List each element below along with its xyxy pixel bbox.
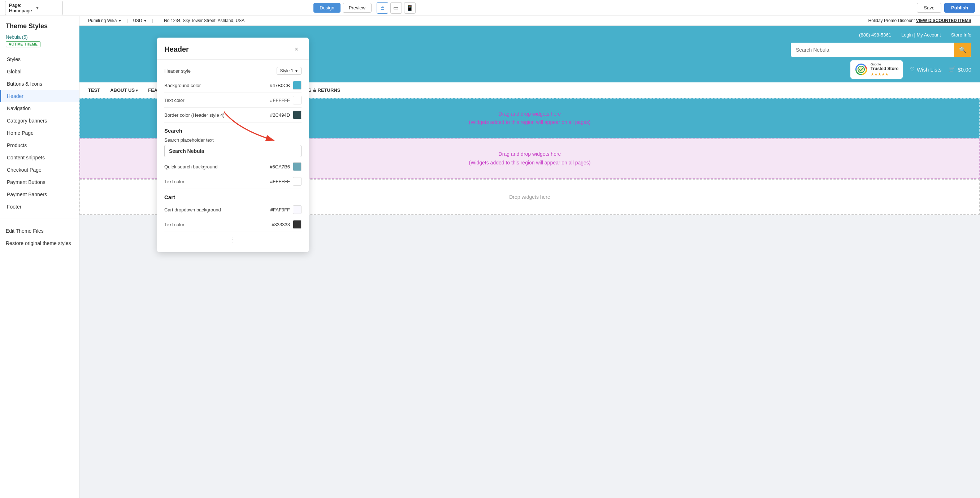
search-placeholder-label: Search placeholder text: [164, 136, 302, 144]
nav-item-about[interactable]: ABOUT US: [110, 83, 138, 97]
top-bar-center: Design Preview 🖥 ▭ 📱: [313, 2, 415, 14]
search-text-color-swatch[interactable]: [293, 177, 302, 186]
store-address: No 1234, Sky Tower Street, Ashland, USA: [164, 18, 864, 23]
sidebar-item-payment-buttons[interactable]: Payment Buttons: [0, 176, 79, 188]
header-style-select[interactable]: Style 1 ▼: [277, 67, 302, 75]
top-bar-right: Save Publish: [917, 3, 975, 13]
sidebar-item-checkout[interactable]: Checkout Page: [0, 164, 79, 176]
sidebar-item-styles[interactable]: Styles: [0, 53, 79, 65]
sidebar-item-content-snippets[interactable]: Content snippets: [0, 152, 79, 164]
main-layout: Theme Styles Nebula (5) ACTIVE THEME Sty…: [0, 16, 980, 498]
sidebar-item-buttons-icons[interactable]: Buttons & Icons: [0, 78, 79, 90]
quick-search-bg-swatch[interactable]: [293, 162, 302, 171]
lang-selector[interactable]: Pumili ng Wika ▼: [88, 18, 122, 23]
sidebar-divider: [0, 219, 79, 219]
desktop-view-icon[interactable]: 🖥: [377, 2, 388, 14]
lang-arrow-icon: ▼: [118, 19, 122, 23]
active-theme-badge: ACTIVE THEME: [6, 41, 40, 47]
store-header-top: (888) 498-5361 Login | My Account Store …: [88, 32, 971, 38]
panel-title: Header: [164, 45, 189, 53]
top-bar: Page: Homepage ▼ Design Preview 🖥 ▭ 📱 Sa…: [0, 0, 980, 16]
cart-dropdown-bg-swatch[interactable]: [293, 205, 302, 214]
theme-name: Nebula (5): [6, 34, 73, 40]
panel-body: Header style Style 1 ▼ Background color …: [157, 60, 309, 252]
sidebar-item-footer[interactable]: Footer: [0, 201, 79, 213]
currency-arrow-icon: ▼: [143, 19, 147, 23]
panel-row-cart-text-color: Text color #333333: [164, 217, 302, 232]
page-selector[interactable]: Page: Homepage ▼: [5, 1, 63, 15]
scroll-hint: ⋮: [164, 232, 302, 246]
left-sidebar: Theme Styles Nebula (5) ACTIVE THEME Sty…: [0, 16, 80, 498]
panel-title-bar: Header ×: [157, 38, 309, 60]
preview-button[interactable]: Preview: [343, 3, 372, 13]
search-input[interactable]: [791, 43, 954, 56]
search-submit-button[interactable]: 🔍: [954, 43, 971, 57]
theme-name-row: Nebula (5) ACTIVE THEME: [0, 34, 79, 50]
sidebar-title: Theme Styles: [0, 16, 79, 34]
sidebar-item-home-page[interactable]: Home Page: [0, 127, 79, 139]
header-panel: Header × Header style Style 1 ▼ Backgrou…: [157, 38, 309, 252]
sidebar-footer: Edit Theme Files Restore original theme …: [0, 222, 79, 252]
preview-area: Pumili ng Wika ▼ | USD ▼ | No 1234, Sky …: [80, 16, 980, 498]
design-button[interactable]: Design: [313, 3, 340, 13]
promo-link[interactable]: VIEW DISCOUNTED ITEMS: [916, 18, 971, 23]
edit-theme-files[interactable]: Edit Theme Files: [0, 225, 79, 237]
heart-icon: ♡: [910, 66, 915, 73]
panel-row-cart-dropdown-bg: Cart dropdown background #FAF9FF: [164, 203, 302, 217]
text-color-swatch[interactable]: [293, 96, 302, 104]
panel-row-text-color: Text color #FFFFFF: [164, 93, 302, 108]
nav-item-test[interactable]: TEST: [88, 83, 100, 97]
store-phone: (888) 498-5361: [859, 32, 891, 38]
search-placeholder-input[interactable]: [164, 145, 302, 157]
search-box: 🔍: [791, 43, 971, 57]
sidebar-item-products[interactable]: Products: [0, 139, 79, 152]
trusted-store-badge: Google Trusted Store ★★★★★: [850, 61, 903, 79]
trusted-store-logo-icon: [855, 63, 868, 76]
border-color-swatch[interactable]: [293, 110, 302, 119]
currency-selector[interactable]: USD ▼: [133, 18, 147, 23]
page-selector-chevron: ▼: [35, 6, 59, 10]
store-top-bar: Pumili ng Wika ▼ | USD ▼ | No 1234, Sky …: [80, 16, 980, 26]
trusted-store-text: Google Trusted Store ★★★★★: [870, 62, 898, 77]
panel-row-border-color: Border color (Header style 4) #2C494D: [164, 108, 302, 123]
sidebar-item-payment-banners[interactable]: Payment Banners: [0, 188, 79, 201]
panel-row-bg-color: Background color #47B0CB: [164, 78, 302, 93]
panel-row-header-style: Header style Style 1 ▼: [164, 64, 302, 78]
store-info[interactable]: Store Info: [951, 32, 971, 38]
sidebar-nav: Styles Global Buttons & Icons Header Nav…: [0, 50, 79, 216]
wish-lists[interactable]: ♡ Wish Lists: [910, 66, 941, 73]
promo-bar: Holiday Promo Discount VIEW DISCOUNTED I…: [869, 18, 971, 23]
sidebar-item-navigation[interactable]: Navigation: [0, 102, 79, 115]
cart-text-color-swatch[interactable]: [293, 220, 302, 229]
panel-row-search-text-color: Text color #FFFFFF: [164, 174, 302, 189]
search-section-heading: Search: [164, 123, 302, 136]
save-button[interactable]: Save: [917, 3, 941, 13]
view-icons: 🖥 ▭ 📱: [377, 2, 415, 14]
cart-section-heading: Cart: [164, 189, 302, 203]
sidebar-item-category-banners[interactable]: Category banners: [0, 115, 79, 127]
publish-button[interactable]: Publish: [944, 3, 975, 13]
bg-color-swatch[interactable]: [293, 81, 302, 89]
cart-icon: 🛒: [948, 66, 955, 73]
cart-area[interactable]: 🛒 $0.00: [948, 66, 971, 73]
sidebar-item-global[interactable]: Global: [0, 65, 79, 78]
restore-theme-styles[interactable]: Restore original theme styles: [0, 237, 79, 249]
sidebar-item-header[interactable]: Header: [0, 90, 79, 102]
store-login[interactable]: Login | My Account: [901, 32, 941, 38]
panel-row-quick-search-bg: Quick search background #6CA7B6: [164, 160, 302, 174]
mobile-view-icon[interactable]: 📱: [404, 2, 415, 14]
select-chevron-icon: ▼: [295, 69, 298, 73]
panel-close-button[interactable]: ×: [291, 44, 302, 54]
tablet-view-icon[interactable]: ▭: [390, 2, 402, 14]
